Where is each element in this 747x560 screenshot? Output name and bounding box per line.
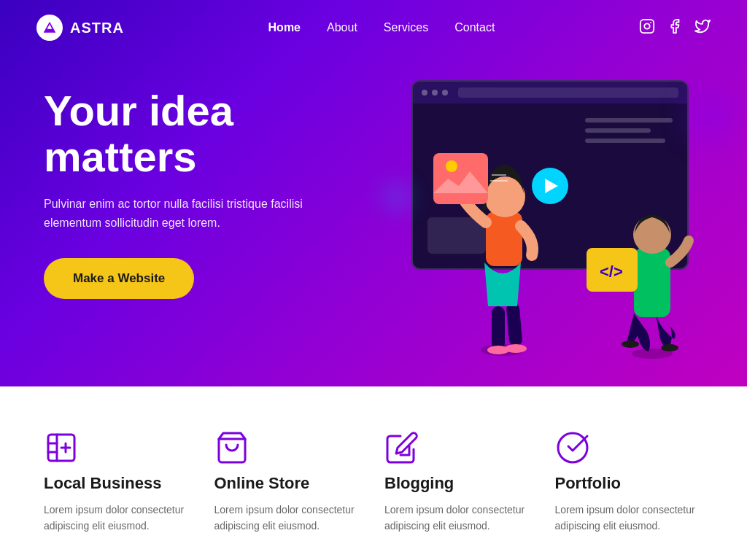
services-section: Local Business Lorem ipsum dolor consect… (0, 386, 747, 560)
hero-subtitle: Pulvinar enim ac tortor nulla facilisi t… (44, 195, 306, 232)
service-local-business: Local Business Lorem ipsum dolor consect… (44, 430, 193, 534)
svg-point-9 (505, 344, 527, 353)
nav-home[interactable]: Home (268, 21, 301, 34)
glow-1 (689, 95, 732, 139)
svg-point-4 (650, 22, 651, 23)
service-blogging: Blogging Lorem ipsum dolor consectetur a… (384, 430, 533, 534)
hero-content: Your idea matters Pulvinar enim ac torto… (0, 88, 350, 300)
instagram-icon[interactable] (639, 18, 655, 38)
hero-illustration: </> (368, 36, 747, 372)
facebook-icon[interactable] (667, 18, 683, 38)
figures-svg: </> (368, 36, 747, 372)
cta-button[interactable]: Make a Website (44, 258, 194, 299)
svg-rect-10 (486, 211, 522, 266)
nav-contact[interactable]: Contact (454, 21, 495, 34)
twitter-icon[interactable] (694, 18, 711, 38)
service-title-3: Portfolio (555, 474, 704, 493)
svg-rect-2 (640, 19, 654, 32)
svg-text:</>: </> (600, 262, 623, 281)
portfolio-icon (555, 430, 590, 465)
service-portfolio: Portfolio Lorem ipsum dolor consectetur … (555, 430, 704, 534)
main-nav: Home About Services Contact (268, 21, 495, 34)
logo-icon (36, 15, 63, 41)
service-title-0: Local Business (44, 474, 193, 493)
online-store-icon (214, 430, 249, 465)
svg-point-3 (644, 23, 649, 28)
service-desc-1: Lorem ipsum dolor consectetur adipiscing… (214, 502, 363, 534)
hero-title: Your idea matters (44, 88, 306, 181)
service-title-2: Blogging (384, 474, 533, 493)
brand-name: ASTRA (70, 20, 124, 36)
logo[interactable]: ASTRA (36, 15, 124, 41)
svg-point-18 (661, 344, 678, 351)
service-online-store: Online Store Lorem ipsum dolor consectet… (214, 430, 363, 534)
glow-2 (382, 182, 411, 211)
svg-point-13 (446, 160, 457, 172)
svg-rect-6 (492, 306, 505, 350)
svg-point-20 (633, 216, 671, 254)
nav-about[interactable]: About (327, 21, 357, 34)
svg-rect-7 (506, 302, 522, 346)
social-links (639, 18, 711, 38)
svg-point-25 (558, 433, 587, 462)
logo-svg (42, 20, 57, 35)
service-desc-2: Lorem ipsum dolor consectetur adipiscing… (384, 502, 533, 534)
hero-section: ASTRA Home About Services Contact (0, 0, 747, 386)
local-business-icon (44, 430, 79, 465)
svg-point-17 (622, 341, 639, 348)
nav-services[interactable]: Services (384, 21, 428, 34)
svg-rect-19 (634, 248, 670, 317)
service-desc-3: Lorem ipsum dolor consectetur adipiscing… (555, 502, 704, 534)
blogging-icon (384, 430, 419, 465)
svg-rect-12 (433, 153, 488, 204)
service-title-1: Online Store (214, 474, 363, 493)
site-header: ASTRA Home About Services Contact (0, 0, 747, 55)
service-desc-0: Lorem ipsum dolor consectetur adipiscing… (44, 502, 193, 534)
